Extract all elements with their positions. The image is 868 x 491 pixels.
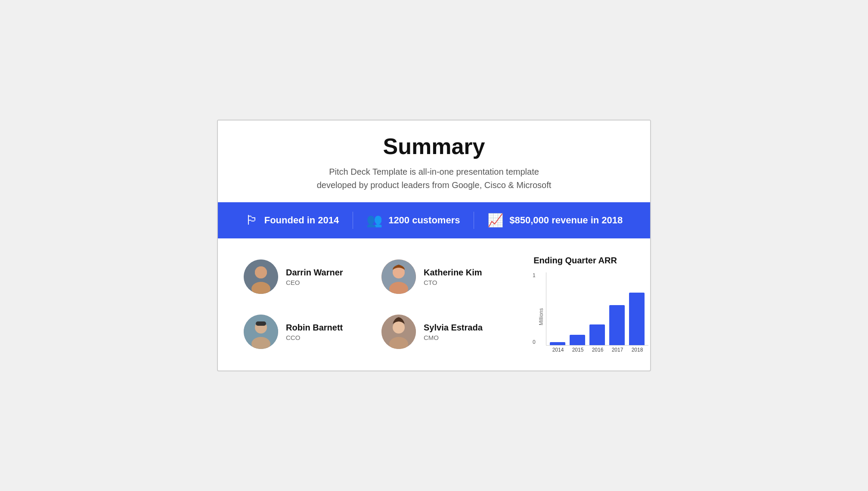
member-name-sylvia: Sylvia Estrada [424, 322, 483, 333]
member-info-katherine: Katherine Kim CTO [424, 267, 482, 286]
member-role-darrin: CEO [286, 279, 343, 286]
team-member-darrin: Darrin Warner CEO [244, 256, 356, 298]
svg-rect-10 [256, 321, 266, 326]
bar-group-2015 [570, 335, 585, 345]
avatar-robin [244, 315, 278, 349]
page-subtitle: Pitch Deck Template is all-in-one presen… [296, 165, 572, 192]
bar-label-2016: 2016 [592, 347, 604, 353]
stat-divider-1 [353, 212, 353, 229]
stat-customers-label: 1200 customers [388, 215, 460, 226]
team-grid: Darrin Warner CEO Katherine Kim CTO [244, 256, 493, 353]
member-info-darrin: Darrin Warner CEO [286, 267, 343, 286]
member-info-robin: Robin Barnett CCO [286, 322, 343, 341]
y-tick-labels: 1 0 [533, 272, 536, 345]
stat-revenue: 📈 $850,000 revenue in 2018 [487, 214, 623, 227]
stat-founded: 🏳 Founded in 2014 [245, 214, 339, 227]
content-section: Darrin Warner CEO Katherine Kim CTO [218, 238, 650, 371]
slide-container: Summary Pitch Deck Template is all-in-on… [217, 120, 651, 371]
stats-banner: 🏳 Founded in 2014 👥 1200 customers 📈 $85… [218, 202, 650, 238]
header-section: Summary Pitch Deck Template is all-in-on… [218, 120, 650, 202]
member-info-sylvia: Sylvia Estrada CMO [424, 322, 483, 341]
avatar-katherine [381, 259, 416, 294]
bar-label-2015: 2015 [572, 347, 584, 353]
avatar-sylvia [381, 315, 416, 349]
chart-bars-area: 1 0 [546, 272, 648, 346]
member-name-robin: Robin Barnett [286, 322, 343, 333]
member-name-katherine: Katherine Kim [424, 267, 482, 278]
bar-group-2014 [550, 342, 565, 345]
bar-2014 [550, 342, 565, 345]
chart-title: Ending Quarter ARR [502, 256, 648, 266]
flag-icon: 🏳 [245, 214, 258, 227]
bar-label-2014: 2014 [552, 347, 564, 353]
member-role-katherine: CTO [424, 279, 482, 286]
chart-wrapper: Millions 1 0 [538, 272, 648, 353]
stat-customers: 👥 1200 customers [366, 214, 460, 227]
y-tick-1: 1 [533, 272, 536, 278]
bar-label-2018: 2018 [632, 347, 643, 353]
chart-x-labels: 2014 2015 2016 2017 2018 [547, 346, 648, 353]
team-member-katherine: Katherine Kim CTO [381, 256, 493, 298]
bar-group-2016 [589, 324, 605, 345]
page-title: Summary [244, 134, 624, 159]
bar-2018 [629, 293, 645, 345]
team-member-sylvia: Sylvia Estrada CMO [381, 311, 493, 353]
bar-label-2017: 2017 [612, 347, 623, 353]
y-axis-label: Millions [538, 280, 544, 353]
bar-2016 [589, 324, 605, 345]
stat-founded-label: Founded in 2014 [264, 215, 339, 226]
bar-2015 [570, 335, 585, 345]
y-tick-0: 0 [533, 339, 536, 345]
chart-section: Ending Quarter ARR Millions 1 0 [493, 256, 648, 353]
stat-divider-2 [474, 212, 474, 229]
svg-point-12 [393, 321, 405, 334]
bars-with-axis: 1 0 [546, 272, 648, 353]
chart-trend-icon: 📈 [487, 214, 503, 227]
member-role-sylvia: CMO [424, 334, 483, 341]
bar-group-2017 [609, 305, 625, 345]
svg-point-3 [255, 266, 267, 278]
people-icon: 👥 [366, 214, 382, 227]
avatar-darrin [244, 259, 278, 294]
bar-2017 [609, 305, 625, 345]
member-role-robin: CCO [286, 334, 343, 341]
team-member-robin: Robin Barnett CCO [244, 311, 356, 353]
member-name-darrin: Darrin Warner [286, 267, 343, 278]
bar-group-2018 [629, 293, 645, 345]
stat-revenue-label: $850,000 revenue in 2018 [509, 215, 623, 226]
